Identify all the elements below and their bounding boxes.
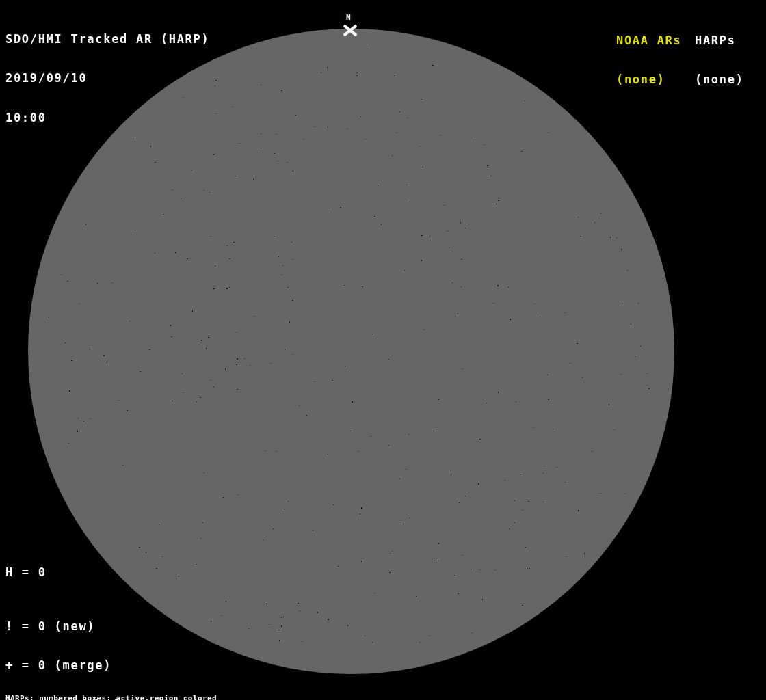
legend-item-merge: + = 0 (merge) (5, 659, 161, 672)
title-block: SDO/HMI Tracked AR (HARP) 2019/09/10 10:… (5, 6, 209, 151)
noaa-ars-value: (none) (616, 73, 681, 86)
north-pole-cross-icon (343, 25, 357, 36)
noaa-ars-label: NOAA ARs (616, 34, 681, 47)
north-pole-label: N (346, 14, 351, 22)
harp-count-label: H = 0 (5, 566, 47, 579)
page-title: SDO/HMI Tracked AR (HARP) (5, 33, 209, 46)
noaa-ars-status: NOAA ARs (none) (616, 8, 681, 113)
sdo-hmi-harp-view: N SDO/HMI Tracked AR (HARP) 2019/09/10 1… (0, 0, 766, 700)
legend-item-new: ! = 0 (new) (5, 620, 161, 633)
date-label: 2019/09/10 (5, 72, 209, 85)
harps-value: (none) (695, 73, 744, 86)
time-label: 10:00 (5, 111, 209, 124)
harps-label: HARPs (695, 34, 744, 47)
footnote-harps: HARPs: numbered boxes; active region col… (5, 695, 284, 700)
harps-status: HARPs (none) (695, 8, 744, 113)
footnotes: HARPs: numbered boxes; active region col… (5, 678, 284, 700)
